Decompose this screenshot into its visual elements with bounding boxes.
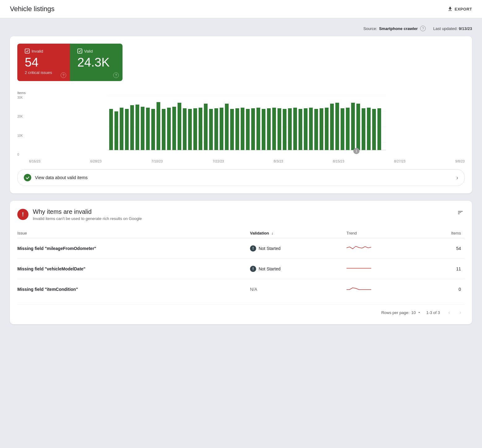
trend-chart-1 bbox=[346, 243, 371, 252]
x-label-7: 8/27/23 bbox=[394, 159, 406, 163]
error-icon: ! bbox=[17, 209, 28, 220]
page-header: Vehicle listings EXPORT bbox=[0, 0, 482, 18]
svg-rect-5 bbox=[109, 109, 113, 150]
invalid-header: ! Why items are invalid Invalid items ca… bbox=[17, 208, 465, 221]
svg-rect-49 bbox=[341, 108, 344, 150]
page-content: Source: Smartphone crawler ? Last update… bbox=[0, 18, 482, 332]
x-label-1: 6/16/23 bbox=[29, 159, 41, 163]
invalid-title-group: Why items are invalid Invalid items can'… bbox=[33, 208, 142, 221]
svg-rect-48 bbox=[335, 103, 339, 150]
svg-rect-16 bbox=[167, 108, 171, 150]
col-items: Items bbox=[427, 228, 465, 238]
svg-rect-35 bbox=[267, 108, 271, 150]
trend-cell bbox=[346, 238, 427, 259]
invalid-items-card: ! Why items are invalid Invalid items ca… bbox=[10, 201, 472, 324]
svg-rect-28 bbox=[230, 109, 234, 150]
invalid-header-left: ! Why items are invalid Invalid items ca… bbox=[17, 208, 142, 221]
dropdown-icon bbox=[417, 310, 421, 315]
svg-rect-41 bbox=[299, 109, 302, 150]
chevron-right-icon: › bbox=[456, 174, 458, 181]
invalid-section-subtitle: Invalid items can't be used to generate … bbox=[33, 216, 142, 221]
svg-rect-38 bbox=[283, 109, 286, 150]
svg-rect-14 bbox=[157, 102, 160, 150]
svg-rect-42 bbox=[304, 108, 308, 150]
page-nav: ‹ › bbox=[445, 308, 465, 317]
svg-rect-55 bbox=[372, 109, 376, 150]
invalid-count: 54 bbox=[25, 55, 62, 69]
validation-cell: ! Not Started bbox=[250, 259, 346, 279]
items-cell: 0 bbox=[427, 279, 465, 299]
source-bar: Source: Smartphone crawler ? Last update… bbox=[10, 26, 472, 31]
svg-rect-40 bbox=[293, 108, 297, 150]
svg-rect-53 bbox=[362, 108, 365, 150]
source-help-icon[interactable]: ? bbox=[420, 26, 426, 31]
col-issue: Issue bbox=[17, 228, 250, 238]
svg-rect-32 bbox=[251, 108, 255, 150]
svg-rect-11 bbox=[141, 107, 144, 150]
svg-rect-21 bbox=[193, 108, 197, 150]
issue-cell: Missing field "itemCondition" bbox=[17, 279, 250, 299]
view-data-check-icon bbox=[24, 174, 31, 181]
view-data-left: View data about valid items bbox=[24, 174, 88, 181]
x-label-6: 8/15/23 bbox=[333, 159, 344, 163]
svg-text:1: 1 bbox=[355, 149, 357, 153]
source-label: Source: Smartphone crawler ? bbox=[363, 26, 426, 31]
svg-rect-54 bbox=[367, 108, 371, 150]
invalid-section-title: Why items are invalid bbox=[33, 208, 142, 215]
svg-rect-7 bbox=[120, 108, 123, 150]
issue-name: Missing field "vehicleModelDate" bbox=[17, 266, 85, 271]
next-page-button[interactable]: › bbox=[456, 308, 465, 317]
svg-rect-29 bbox=[235, 108, 239, 150]
svg-rect-10 bbox=[136, 105, 139, 150]
page-title: Vehicle listings bbox=[10, 5, 54, 13]
issue-name: Missing field "mileageFromOdometer" bbox=[17, 246, 96, 251]
items-cell: 54 bbox=[427, 238, 465, 259]
y-label-30k: 30K bbox=[17, 96, 27, 99]
x-label-8: 9/8/23 bbox=[455, 159, 465, 163]
svg-rect-46 bbox=[325, 108, 329, 150]
export-button[interactable]: EXPORT bbox=[447, 6, 472, 12]
col-trend: Trend bbox=[346, 228, 427, 238]
valid-stat-header: Valid bbox=[77, 49, 115, 54]
prev-page-button[interactable]: ‹ bbox=[445, 308, 454, 317]
valid-count: 24.3K bbox=[77, 55, 115, 69]
invalid-help-icon[interactable]: ? bbox=[61, 72, 66, 78]
valid-help-icon[interactable]: ? bbox=[113, 72, 119, 78]
svg-rect-56 bbox=[377, 108, 381, 150]
svg-rect-33 bbox=[256, 108, 260, 150]
validation-cell: N/A bbox=[250, 279, 346, 299]
invalid-stat-header: Invalid bbox=[25, 49, 62, 54]
svg-rect-27 bbox=[225, 104, 229, 150]
valid-stat-box: Valid 24.3K ? bbox=[70, 44, 123, 81]
rows-per-page: Rows per page: 10 bbox=[381, 310, 421, 315]
svg-rect-19 bbox=[183, 108, 187, 150]
col-validation[interactable]: Validation ↓ bbox=[250, 228, 346, 238]
view-data-link[interactable]: View data about valid items › bbox=[17, 169, 465, 186]
trend-chart-2 bbox=[346, 264, 371, 273]
svg-rect-23 bbox=[204, 104, 208, 150]
not-started-icon: ! bbox=[250, 245, 256, 252]
chart-y-label: Items bbox=[17, 91, 465, 95]
validation-cell: ! Not Started bbox=[250, 238, 346, 259]
svg-rect-43 bbox=[309, 108, 313, 150]
export-icon bbox=[447, 6, 453, 12]
main-stats-card: Invalid 54 2 critical issues ? Valid 24.… bbox=[10, 36, 472, 193]
invalid-sub: 2 critical issues bbox=[25, 70, 62, 75]
invalid-check-icon bbox=[25, 49, 30, 54]
issues-table: Issue Validation ↓ Trend Items Missing f… bbox=[17, 228, 465, 299]
valid-check-icon bbox=[77, 49, 82, 54]
trend-chart-3 bbox=[346, 284, 371, 293]
table-row: Missing field "vehicleModelDate" ! Not S… bbox=[17, 259, 465, 279]
rows-per-page-select[interactable]: 10 bbox=[411, 310, 421, 315]
svg-rect-51 bbox=[351, 103, 355, 150]
not-started-icon: ! bbox=[250, 266, 256, 272]
issue-cell: Missing field "mileageFromOdometer" bbox=[17, 238, 250, 259]
filter-icon[interactable] bbox=[456, 208, 465, 218]
svg-rect-34 bbox=[262, 109, 265, 150]
y-label-10k: 10K bbox=[17, 134, 27, 137]
y-label-0: 0 bbox=[17, 153, 27, 156]
svg-rect-12 bbox=[146, 108, 150, 150]
x-label-5: 8/3/23 bbox=[274, 159, 283, 163]
svg-rect-8 bbox=[125, 109, 129, 150]
x-label-2: 6/28/23 bbox=[90, 159, 102, 163]
